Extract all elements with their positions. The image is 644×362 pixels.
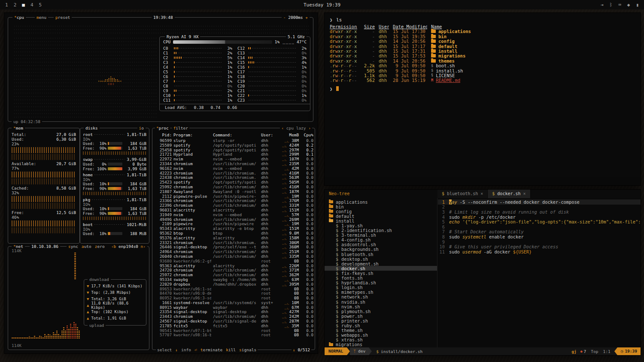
proc-sort-next-button[interactable]: › — [306, 126, 311, 130]
process-row[interactable]: 86952kworker/u96:3-sdroot0B0.0 — [154, 296, 313, 300]
process-row[interactable]: 95376alacrittyalacrittydhh⣀⣄ 158M0.0 — [154, 235, 313, 240]
code-line[interactable]: 10# Give this user privileged Docker acc… — [438, 244, 641, 249]
process-row[interactable]: 25423spotify/opt/spotify/spotidhh⣀⣄ 505M… — [154, 180, 313, 184]
tab-docker-sh[interactable]: $docker.sh× — [488, 190, 530, 198]
tree-item-2-identification-sh[interactable]: $2-identification.sh — [325, 228, 437, 233]
proc-hint-select[interactable]: select — [157, 347, 172, 353]
process-row[interactable]: 96031alacrittyalacrittydhh⣀⣄ 151M0.0 — [154, 208, 313, 212]
process-row[interactable]: 23321chromium/usr/lib/chromium.dhh⣀⣄ 306… — [154, 240, 313, 245]
process-row[interactable]: 23366chromium/usr/lib/chromium/dhh⣀⣄ 376… — [154, 198, 313, 203]
code-line[interactable]: 2 — [438, 205, 641, 210]
net-auto-button[interactable]: auto — [82, 244, 91, 249]
tree-item-login-sh[interactable]: $login.sh — [325, 285, 437, 290]
tree-item-network-sh[interactable]: $network.sh — [325, 295, 437, 299]
proc-hint-[interactable]: ↓ — [175, 347, 178, 353]
tree-item-docker-sh[interactable]: $docker.sh — [325, 266, 437, 271]
tree-item-nvim-sh[interactable]: $nvim.sh — [325, 304, 437, 309]
scroll-down-icon[interactable]: ↓ — [293, 347, 295, 352]
workspace-1[interactable]: 1 — [5, 2, 8, 8]
process-row[interactable]: 22029dropbox/home/dhh/.dropboxdhh⣀⣄ 395M… — [154, 282, 313, 287]
code-line[interactable]: 6 — [438, 224, 641, 229]
process-row[interactable]: 25972chromium/usr/lib/chromium/dhh⣀⣄ 362… — [154, 272, 313, 277]
preset-button[interactable]: preset — [54, 15, 72, 20]
code-line[interactable]: 7# Start Docker automatically — [438, 229, 641, 235]
tree-item-backgrounds-sh[interactable]: $backgrounds.sh — [325, 247, 437, 252]
tree-item-default[interactable]: default — [325, 214, 437, 218]
process-row[interactable]: 24964chromium/usr/lib/chromium/dhh⣀⣄ 251… — [154, 249, 313, 254]
keyboard-icon[interactable]: ⌨ — [618, 2, 621, 8]
tree-item-xtras-sh[interactable]: $xtras.sh — [325, 338, 437, 342]
process-row[interactable]: 26446signal-desktop/proc/self/exe --tdhh… — [154, 244, 313, 249]
process-row[interactable]: 31949nvimnvim --embeddhh⣀⣄ 57M0.0 — [154, 212, 313, 217]
network-icon[interactable]: ◆ — [627, 2, 630, 8]
code-line[interactable]: 9 — [438, 239, 641, 244]
net-zero-button[interactable]: zero — [95, 244, 105, 249]
process-row[interactable]: 95334swaybgswaybg -i /home/dhdhh⣀⣄ 63M0.… — [154, 277, 313, 282]
tree-item-fix-fkeys-sh[interactable]: $fix-fkeys.sh — [325, 271, 437, 275]
process-row[interactable]: 84470kworker/u96:0-dmroot0B0.0 — [154, 291, 313, 296]
process-row[interactable]: 95363alacrittyalacrittydhh⣀⣄ 226M0.0 — [154, 263, 313, 268]
proc-filter-button[interactable]: filter — [172, 125, 189, 131]
tab-close-icon[interactable]: × — [480, 190, 483, 198]
tree-item-printer-sh[interactable]: $printer.sh — [325, 318, 437, 323]
code-line[interactable]: 5echo '{"log-driver":"json-file","log-op… — [438, 219, 641, 224]
workspace-2[interactable]: 2 — [14, 2, 17, 8]
process-row[interactable]: 22396chromium/usr/lib/chromium/dhh⣀⣄ 331… — [154, 203, 313, 208]
process-row[interactable]: 90541kworker/u97:1-btroot0B0.0 — [154, 328, 313, 333]
process-row[interactable]: 93680kworker/u96:2-gfroot0B0.0 — [154, 259, 313, 263]
tree-item-plymouth-sh[interactable]: $plymouth.sh — [325, 309, 437, 314]
process-row[interactable]: 2109pipewire/usr/bin/pipewiredhh⣀⣄ 19M0.… — [154, 221, 313, 226]
terminal-prompt[interactable]: ❯ — [330, 86, 635, 91]
proc-column-Program[interactable]: Program: — [173, 133, 211, 137]
disks-io-toggle[interactable]: io — [137, 125, 146, 131]
proc-column-MemB[interactable]: MemB — [277, 133, 299, 137]
proc-hint-info[interactable]: info — [181, 347, 191, 353]
process-row[interactable]: 49496chromium/usr/lib/chromium/dhh⣀⣄ 269… — [154, 217, 313, 222]
tree-item-config[interactable]: config — [325, 209, 437, 214]
tree-item-install[interactable]: install — [325, 218, 437, 223]
tree-item-bin[interactable]: bin — [325, 204, 437, 209]
code-line[interactable]: 1yay -S --noconfirm --needed docker dock… — [438, 199, 641, 205]
proc-column-Cpu[interactable]: Cpu% — [301, 133, 313, 137]
process-row[interactable]: 80915waybarwaybardhh⣀⣄ 67M0.0 — [154, 305, 313, 310]
tree-item-development-sh[interactable]: $development.sh — [325, 261, 437, 266]
proc-column-User[interactable]: User: — [261, 133, 276, 137]
tree-item-ruby-sh[interactable]: $ruby.sh — [325, 323, 437, 328]
tree-item-hyprlandia-sh[interactable]: $hyprlandia.sh — [325, 281, 437, 285]
code-line[interactable]: 8sudo systemctl enable docker — [438, 234, 641, 239]
proc-sort-prev-button[interactable]: ‹ — [281, 126, 286, 130]
interval-increase-button[interactable]: + — [303, 15, 308, 20]
process-row[interactable]: 24720chromium/usr/lib/chromium/dhh⣀⣄ 371… — [154, 268, 313, 272]
process-row[interactable]: 23354signal-desktopsignal-desktopdhh⣀⣄ 4… — [154, 309, 313, 314]
tree-item-1-yay-sh[interactable]: $1-yay.sh — [325, 223, 437, 228]
process-row[interactable]: 22438chromium/usr/lib/chromium.dhh⣀⣄ 563… — [154, 175, 313, 180]
workspace-5[interactable]: 5 — [39, 2, 42, 8]
process-row[interactable]: 22972nvimnvim --embeddhh⣀⣄ 107M0.0 — [154, 157, 313, 161]
proc-hint-terminate[interactable]: terminate — [200, 347, 223, 353]
process-row[interactable]: 96162nvimnvim --embeddhh⣀⣄ 42M0.0 — [154, 166, 313, 171]
code-line[interactable]: 11sudo usermod -aG docker ${USER} — [438, 249, 641, 254]
process-row[interactable]: 23443chromium/usr/lib/chromium/dhh⣀⣄ 242… — [154, 314, 313, 319]
interval-decrease-button[interactable]: - — [283, 15, 288, 20]
tab-close-icon[interactable]: × — [523, 190, 526, 198]
proc-hint-[interactable]: ⏎ — [194, 347, 197, 353]
tree-item-applications[interactable]: applications — [325, 199, 437, 204]
tree-item-nvidia-sh[interactable]: $nvidia.sh — [325, 299, 437, 304]
tree-item-4-config-sh[interactable]: $4-config.sh — [325, 238, 437, 242]
process-row[interactable]: 26040chromium/usr/lib/chromium/dhh⣀⣄ 335… — [154, 254, 313, 259]
tree-item-webapps-sh[interactable]: $webapps.sh — [325, 333, 437, 338]
process-row[interactable]: 25589spotify/opt/spotify/spotidhh⣀⣄ 424M… — [154, 143, 313, 148]
proc-column-Command[interactable]: Command: — [213, 133, 259, 137]
tree-item-asdcontrol-sh[interactable]: $asdcontrol.sh — [325, 242, 437, 247]
process-row[interactable]: 42223chromium/usr/lib/chromium.dhh⣀⣄ 416… — [154, 171, 313, 175]
process-row[interactable]: 95343alacrittyalacritty -e btopdhh⣀⣄ 151… — [154, 226, 313, 231]
proc-hint-signals[interactable]: signals — [239, 347, 256, 353]
tree-item-power-sh[interactable]: $power.sh — [325, 314, 437, 318]
process-row[interactable]: 95362btopbtopdhh⣀⣄ 9.0M0.0 — [154, 231, 313, 235]
process-row[interactable]: 23344chromium/usr/lib/chromium/dhh⣀⣄ 235… — [154, 161, 313, 166]
tree-item-fonts-sh[interactable]: $fonts.sh — [325, 276, 437, 281]
proc-column-Pid[interactable]: Pid: — [154, 133, 172, 137]
process-row[interactable]: 2112pipewire-pulse/usr/bin/pipewire-dhh⣀… — [154, 194, 313, 199]
tree-item-theme-sh[interactable]: $theme.sh — [325, 328, 437, 333]
tree-item-mimetypes-sh[interactable]: $mimetypes.sh — [325, 290, 437, 295]
